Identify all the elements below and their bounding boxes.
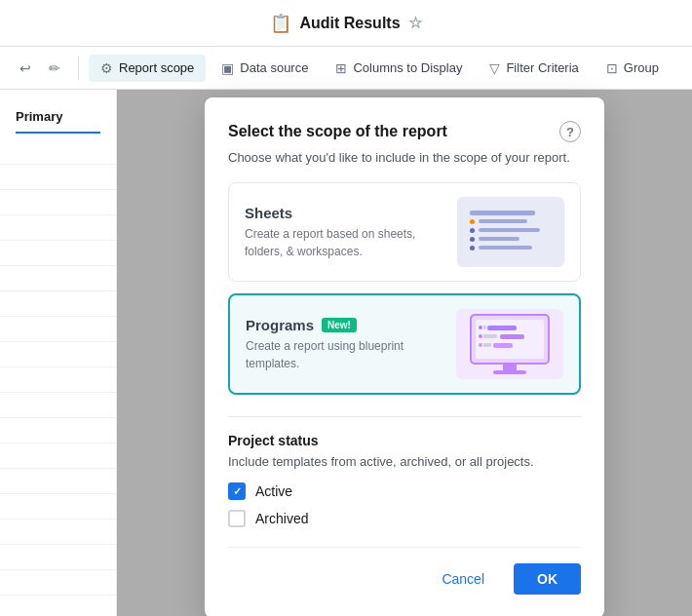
group-label: Group <box>624 60 659 75</box>
filter-label: Filter Criteria <box>506 60 578 75</box>
dot-row-3 <box>470 237 553 242</box>
monitor-svg <box>466 311 554 377</box>
dot-row-2 <box>470 228 553 233</box>
archived-label: Archived <box>255 511 308 526</box>
group-icon: ⊡ <box>606 60 618 76</box>
report-scope-label: Report scope <box>119 60 194 75</box>
dot-blue-3 <box>470 246 475 250</box>
active-label: Active <box>255 483 292 499</box>
dot-line-3 <box>479 237 519 241</box>
report-scope-tab[interactable]: ⚙ Report scope <box>89 55 206 82</box>
sidebar-row <box>0 293 116 317</box>
modal-footer: Cancel OK <box>228 547 581 595</box>
sidebar-row <box>0 420 116 443</box>
cancel-button[interactable]: Cancel <box>422 563 504 595</box>
programs-card-title: Programs New! <box>246 317 441 333</box>
data-source-icon: ▣ <box>221 60 234 76</box>
sidebar-row <box>0 496 116 520</box>
data-source-tab[interactable]: ▣ Data source <box>210 55 320 82</box>
columns-tab[interactable]: ⊞ Columns to Display <box>324 55 474 82</box>
undo-button[interactable]: ↩ <box>12 55 39 82</box>
scope-card-programs[interactable]: Programs New! Create a report using blue… <box>228 293 581 395</box>
modal-overlay: Select the scope of the report ? Choose … <box>117 90 692 616</box>
sheets-card-title: Sheets <box>245 205 442 221</box>
sidebar-row <box>0 445 116 469</box>
filter-tab[interactable]: ▽ Filter Criteria <box>478 55 590 82</box>
sheets-card-description: Create a report based on sheets, folders… <box>245 225 442 260</box>
sheets-card-text: Sheets Create a report based on sheets, … <box>245 205 442 260</box>
modal: Select the scope of the report ? Choose … <box>205 97 604 616</box>
app-title-text: Audit Results <box>299 15 400 32</box>
svg-point-7 <box>479 326 482 329</box>
sidebar-row <box>0 597 116 616</box>
sheets-illustration <box>457 197 564 267</box>
svg-rect-10 <box>483 326 486 329</box>
scope-card-sheets[interactable]: Sheets Create a report based on sheets, … <box>228 182 581 282</box>
sidebar-row <box>0 547 116 570</box>
sidebar-row <box>0 217 116 241</box>
sidebar-row <box>0 268 116 291</box>
group-tab[interactable]: ⊡ Group <box>595 55 671 82</box>
pencil-button[interactable]: ✏ <box>41 55 68 82</box>
sidebar-row <box>0 192 116 215</box>
svg-rect-12 <box>483 343 491 347</box>
dot-row-1 <box>470 219 553 224</box>
project-status-title: Project status <box>228 433 581 448</box>
modal-subtitle: Choose what you'd like to include in the… <box>228 150 581 165</box>
active-checkbox-row[interactable]: Active <box>228 482 581 500</box>
ok-button[interactable]: OK <box>514 563 581 595</box>
toolbar-divider <box>78 57 79 80</box>
programs-card-description: Create a report using blueprint template… <box>246 337 441 372</box>
filter-icon: ▽ <box>489 60 500 76</box>
report-scope-icon: ⚙ <box>100 60 113 76</box>
modal-header: Select the scope of the report ? <box>228 121 581 142</box>
sidebar-row <box>0 471 116 494</box>
app-title-icon: 📋 <box>270 13 291 34</box>
star-icon[interactable]: ☆ <box>408 14 422 32</box>
svg-rect-4 <box>487 326 517 330</box>
toolbar: ↩ ✏ ⚙ Report scope ▣ Data source ⊞ Colum… <box>0 47 692 90</box>
svg-rect-5 <box>500 334 524 339</box>
dot-blue-2 <box>470 237 475 242</box>
content-area: Select the scope of the report ? Choose … <box>117 90 692 616</box>
sidebar-rows <box>0 141 116 616</box>
archived-checkbox-row[interactable]: Archived <box>228 510 581 527</box>
dot-line-4 <box>479 246 532 250</box>
sheet-line-1 <box>470 211 536 215</box>
sidebar-row <box>0 319 116 342</box>
columns-icon: ⊞ <box>335 60 347 76</box>
sidebar: Primary <box>0 90 117 616</box>
scope-cards: Sheets Create a report based on sheets, … <box>228 182 581 395</box>
dot-line-1 <box>479 219 528 223</box>
modal-title: Select the scope of the report <box>228 123 447 140</box>
svg-rect-2 <box>503 364 517 370</box>
app-title: 📋 Audit Results ☆ <box>270 13 421 34</box>
help-icon[interactable]: ? <box>559 121 581 142</box>
archived-checkbox[interactable] <box>228 510 246 527</box>
active-checkbox[interactable] <box>228 482 246 500</box>
programs-card-text: Programs New! Create a report using blue… <box>246 317 441 372</box>
sidebar-row <box>0 243 116 266</box>
sidebar-row <box>0 167 116 190</box>
sidebar-row <box>0 395 116 418</box>
sidebar-row <box>0 572 116 596</box>
svg-rect-11 <box>483 334 497 338</box>
svg-rect-6 <box>493 343 513 348</box>
main-area: Primary <box>0 90 692 616</box>
programs-card-image <box>456 309 563 379</box>
project-status-description: Include templates from active, archived,… <box>228 454 581 469</box>
new-badge: New! <box>322 318 357 332</box>
svg-point-8 <box>479 334 482 338</box>
sidebar-primary-label: Primary <box>0 101 116 132</box>
sheets-card-image <box>457 197 564 267</box>
sidebar-row <box>0 344 116 367</box>
svg-rect-3 <box>493 370 526 374</box>
sidebar-underline <box>16 132 100 134</box>
dot-blue-1 <box>470 228 475 233</box>
columns-label: Columns to Display <box>353 60 462 75</box>
svg-point-9 <box>479 343 482 347</box>
dot-orange <box>470 219 475 224</box>
sidebar-row <box>0 141 116 165</box>
sidebar-row <box>0 369 116 393</box>
sidebar-row <box>0 521 116 545</box>
